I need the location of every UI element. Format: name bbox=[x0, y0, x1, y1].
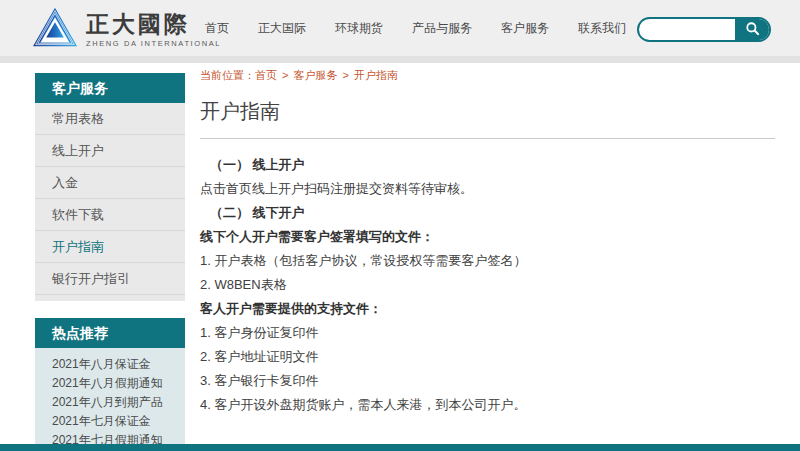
search-button[interactable] bbox=[735, 19, 769, 40]
content-text: 2. W8BEN表格 bbox=[200, 278, 775, 291]
breadcrumb: 当前位置：首页>客户服务>开户指南 bbox=[200, 68, 775, 83]
sidebar-item[interactable]: 软件下载 bbox=[35, 199, 185, 231]
article-body: （一） 线上开户点击首页线上开户扫码注册提交资料等待审核。（二） 线下开户线下个… bbox=[200, 158, 775, 411]
header-separator bbox=[0, 56, 800, 63]
sidebar-service-list: 常用表格线上开户入金软件下载开户指南银行开户指引 bbox=[35, 103, 185, 301]
hot-link[interactable]: 2021年八月假期通知 bbox=[35, 374, 185, 393]
sidebar-hot-title: 热点推荐 bbox=[35, 318, 185, 348]
breadcrumb-links: 首页>客户服务>开户指南 bbox=[255, 69, 398, 81]
nav-item-6[interactable]: 联系我们 bbox=[578, 20, 626, 37]
nav-item-2[interactable]: 正大国际 bbox=[258, 20, 306, 37]
sidebar-item[interactable]: 线上开户 bbox=[35, 135, 185, 167]
content-text: 3. 客户银行卡复印件 bbox=[200, 374, 775, 387]
logo-subtitle: ZHENG DA INTERNATIONAL bbox=[86, 39, 221, 48]
sidebar-customer-service: 客户服务 常用表格线上开户入金软件下载开户指南银行开户指引 bbox=[35, 73, 185, 301]
content-text: 2. 客户地址证明文件 bbox=[200, 350, 775, 363]
sidebar-hot-recommend: 热点推荐 2021年八月保证金2021年八月假期通知2021年八月到期产品202… bbox=[35, 318, 185, 451]
nav-item-1[interactable]: 首页 bbox=[205, 20, 229, 37]
search-input[interactable] bbox=[639, 19, 735, 40]
magnifier-icon bbox=[745, 21, 760, 39]
logo[interactable]: 正大國際 ZHENG DA INTERNATIONAL bbox=[33, 7, 221, 51]
hot-link[interactable]: 2021年八月到期产品 bbox=[35, 393, 185, 412]
footer-bar bbox=[0, 444, 800, 451]
nav-item-5[interactable]: 客户服务 bbox=[501, 20, 549, 37]
nav-item-3[interactable]: 环球期货 bbox=[335, 20, 383, 37]
main-nav: 首页正大国际环球期货产品与服务客户服务联系我们人才招聘 bbox=[205, 0, 703, 56]
breadcrumb-link[interactable]: 客户服务 bbox=[293, 69, 337, 81]
sidebar-hot-list: 2021年八月保证金2021年八月假期通知2021年八月到期产品2021年七月保… bbox=[35, 348, 185, 451]
hot-link[interactable]: 2021年八月保证金 bbox=[35, 355, 185, 374]
sidebar-service-title: 客户服务 bbox=[35, 73, 185, 103]
main-content: 当前位置：首页>客户服务>开户指南 开户指南 （一） 线上开户点击首页线上开户扫… bbox=[200, 63, 775, 422]
sidebar-item[interactable]: 常用表格 bbox=[35, 103, 185, 135]
header: 正大國際 ZHENG DA INTERNATIONAL 首页正大国际环球期货产品… bbox=[0, 0, 800, 56]
content-text: 1. 开户表格（包括客户协议，常设授权等需要客户签名） bbox=[200, 254, 775, 267]
sidebar-item[interactable]: 开户指南 bbox=[35, 231, 185, 263]
logo-title: 正大國際 bbox=[86, 11, 221, 37]
hot-link[interactable]: 2021年七月保证金 bbox=[35, 412, 185, 431]
sidebar-item[interactable]: 银行开户指引 bbox=[35, 263, 185, 295]
sidebar-item[interactable]: 入金 bbox=[35, 167, 185, 199]
content-text: 1. 客户身份证复印件 bbox=[200, 326, 775, 339]
content-heading: （二） 线下开户 bbox=[200, 206, 775, 219]
breadcrumb-separator: > bbox=[342, 69, 348, 81]
content-heading: （一） 线上开户 bbox=[200, 158, 775, 171]
content-text: 4. 客户开设外盘期货账户，需本人来港，到本公司开户。 bbox=[200, 398, 775, 411]
logo-triangle-icon bbox=[33, 7, 77, 51]
content-text: 点击首页线上开户扫码注册提交资料等待审核。 bbox=[200, 182, 775, 195]
page-title: 开户指南 bbox=[200, 98, 775, 139]
content-heading: 客人开户需要提供的支持文件： bbox=[200, 302, 775, 315]
breadcrumb-prefix: 当前位置： bbox=[200, 69, 255, 81]
search-box bbox=[637, 17, 771, 42]
content-heading: 线下个人开户需要客户签署填写的文件： bbox=[200, 230, 775, 243]
breadcrumb-separator: > bbox=[282, 69, 288, 81]
breadcrumb-link[interactable]: 开户指南 bbox=[354, 69, 398, 81]
nav-item-4[interactable]: 产品与服务 bbox=[412, 20, 472, 37]
breadcrumb-link[interactable]: 首页 bbox=[255, 69, 277, 81]
